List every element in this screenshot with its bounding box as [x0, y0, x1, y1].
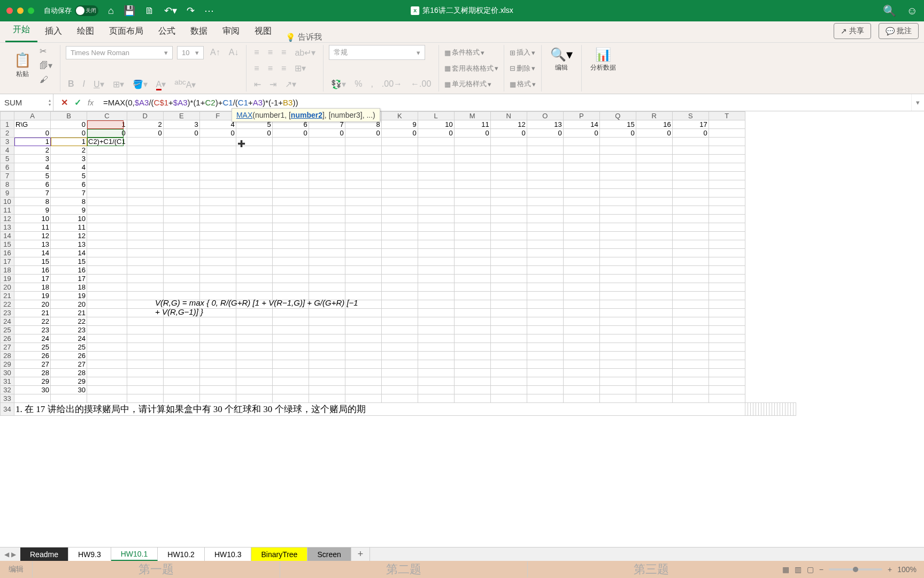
cell-S25[interactable]: [672, 326, 709, 334]
cell-N30[interactable]: [490, 369, 527, 377]
cell-T26[interactable]: [709, 334, 745, 343]
cell-J11[interactable]: [345, 206, 381, 215]
cell-T13[interactable]: [709, 223, 745, 232]
cell-T28[interactable]: [709, 352, 745, 360]
cell-T15[interactable]: [709, 240, 745, 249]
view-break-icon[interactable]: ▢: [807, 565, 814, 574]
cell-B12[interactable]: 10: [51, 215, 87, 223]
cell-G17[interactable]: [236, 257, 272, 266]
cell-S31[interactable]: [672, 377, 709, 386]
cell-N15[interactable]: [490, 240, 527, 249]
cell-Q13[interactable]: [599, 223, 636, 232]
cell-S14[interactable]: [672, 232, 709, 240]
cell-E3[interactable]: [163, 138, 199, 146]
cell-S13[interactable]: [672, 223, 709, 232]
zoom-slider[interactable]: [829, 568, 882, 571]
cell-E1[interactable]: 3: [163, 120, 199, 129]
cell-N8[interactable]: [490, 180, 527, 189]
tab-insert[interactable]: 插入: [37, 20, 70, 42]
cell-S12[interactable]: [672, 215, 709, 223]
cell-G12[interactable]: [236, 215, 272, 223]
cell-E24[interactable]: [163, 317, 199, 326]
cell-B11[interactable]: 9: [51, 206, 87, 215]
cell-N12[interactable]: [490, 215, 527, 223]
row-header-23[interactable]: 23: [1, 309, 14, 317]
row-header-28[interactable]: 28: [1, 352, 14, 360]
cell-M33[interactable]: [454, 394, 490, 403]
cell-D31[interactable]: [127, 377, 163, 386]
cell-G18[interactable]: [236, 266, 272, 275]
cell-L1[interactable]: 10: [418, 120, 454, 129]
cell-D30[interactable]: [127, 369, 163, 377]
cell-M25[interactable]: [454, 326, 490, 334]
cell-B21[interactable]: 19: [51, 292, 87, 300]
cell-D11[interactable]: [127, 206, 163, 215]
cell-A34[interactable]: 1. 在 17 讲给出的摸球赌局中，请计算如果盒中有 30 个红球和 30 个绿…: [14, 403, 745, 416]
cell-H31[interactable]: [272, 377, 309, 386]
cell-L29[interactable]: [418, 360, 454, 369]
cell-S2[interactable]: 0: [672, 129, 709, 138]
cell-L12[interactable]: [418, 215, 454, 223]
cell-A22[interactable]: 20: [14, 300, 51, 309]
column-header-P[interactable]: P: [563, 112, 599, 120]
cell-J13[interactable]: [345, 223, 381, 232]
currency-icon[interactable]: 💱▾: [329, 78, 348, 90]
cell-J4[interactable]: [345, 146, 381, 155]
cell-T25[interactable]: [709, 326, 745, 334]
cell-O6[interactable]: [527, 163, 563, 172]
cell-A25[interactable]: 23: [14, 326, 51, 334]
cell-T27[interactable]: [709, 343, 745, 352]
tab-page-layout[interactable]: 页面布局: [102, 20, 151, 42]
cell-G2[interactable]: 0: [236, 129, 272, 138]
row-header-19[interactable]: 19: [1, 275, 14, 283]
cell-Q28[interactable]: [599, 352, 636, 360]
column-header-M[interactable]: M: [454, 112, 490, 120]
cell-A33[interactable]: [14, 394, 51, 403]
cell-O9[interactable]: [527, 189, 563, 197]
cell-M29[interactable]: [454, 360, 490, 369]
spreadsheet-grid[interactable]: ABCDEFGHIJKLMNOPQRST 1R\G012345678910111…: [0, 111, 924, 432]
cell-A28[interactable]: 26: [14, 352, 51, 360]
cell-K26[interactable]: [381, 334, 418, 343]
cell-Q24[interactable]: [599, 317, 636, 326]
phonetic-button[interactable]: abcA▾: [172, 77, 198, 91]
cell-S19[interactable]: [672, 275, 709, 283]
cell-A3[interactable]: 1: [14, 138, 51, 146]
cell-I2[interactable]: 0: [309, 129, 345, 138]
row-header-32[interactable]: 32: [1, 386, 14, 394]
italic-button[interactable]: I: [81, 78, 87, 90]
cell-C29[interactable]: [87, 360, 127, 369]
cell-Q5[interactable]: [599, 155, 636, 163]
column-header-A[interactable]: A: [14, 112, 51, 120]
cell-F18[interactable]: [199, 266, 236, 275]
tell-me-search[interactable]: 💡 告诉我: [279, 32, 328, 42]
cell-S3[interactable]: [672, 138, 709, 146]
cell-D8[interactable]: [127, 180, 163, 189]
cell-Q32[interactable]: [599, 386, 636, 394]
cell-F20[interactable]: [199, 283, 236, 292]
row-header-11[interactable]: 11: [1, 206, 14, 215]
cell-K6[interactable]: [381, 163, 418, 172]
cell-O7[interactable]: [527, 172, 563, 180]
cell-T32[interactable]: [709, 386, 745, 394]
cell-R8[interactable]: [636, 180, 672, 189]
cell-F26[interactable]: [199, 334, 236, 343]
cell-B17[interactable]: 15: [51, 257, 87, 266]
search-icon[interactable]: 🔍: [883, 4, 896, 17]
cell-G16[interactable]: [236, 249, 272, 257]
cell-S20[interactable]: [672, 283, 709, 292]
cell-T1[interactable]: [709, 120, 745, 129]
row-header-17[interactable]: 17: [1, 257, 14, 266]
format-painter-icon[interactable]: 🖌: [37, 74, 55, 86]
cell-T9[interactable]: [709, 189, 745, 197]
cell-O31[interactable]: [527, 377, 563, 386]
cell-O25[interactable]: [527, 326, 563, 334]
cell-C12[interactable]: [87, 215, 127, 223]
increase-font-icon[interactable]: A↑: [208, 47, 222, 58]
cell-K15[interactable]: [381, 240, 418, 249]
cell-G29[interactable]: [236, 360, 272, 369]
cell-C22[interactable]: [87, 300, 127, 309]
column-header-B[interactable]: B: [51, 112, 87, 120]
cell-Q16[interactable]: [599, 249, 636, 257]
cell-J12[interactable]: [345, 215, 381, 223]
